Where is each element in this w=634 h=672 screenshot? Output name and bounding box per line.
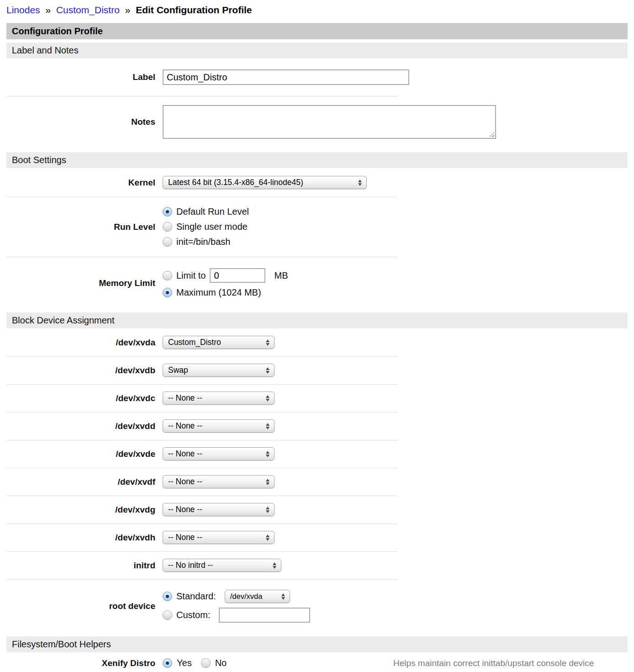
select-value: -- None -- bbox=[168, 505, 202, 514]
memory-limit-option-limit[interactable]: Limit to MB bbox=[163, 266, 288, 285]
xvdc-select[interactable]: -- None -- bbox=[163, 392, 275, 405]
run-level-option-default[interactable]: Default Run Level bbox=[163, 204, 249, 219]
root-device-row: root device Standard: /dev/xvda Custom: bbox=[6, 579, 628, 633]
select-value: -- None -- bbox=[168, 533, 202, 542]
standard-label: Standard: bbox=[176, 591, 216, 602]
helper-row-xenify-distro: Xenify Distro Yes No Helps maintain corr… bbox=[6, 652, 628, 672]
xvdf-select[interactable]: -- None -- bbox=[163, 475, 275, 488]
kernel-select[interactable]: Latest 64 bit (3.15.4-x86_64-linode45) bbox=[163, 176, 367, 189]
root-device-label: root device bbox=[6, 601, 163, 611]
radio-root-custom[interactable] bbox=[163, 610, 172, 620]
stepper-arrows-icon bbox=[266, 423, 269, 429]
device-row-xvdh: /dev/xvdh -- None -- bbox=[6, 524, 628, 551]
configuration-profile-panel: Configuration Profile Label and Notes La… bbox=[0, 23, 634, 672]
device-row-xvdc: /dev/xvdc -- None -- bbox=[6, 384, 628, 412]
radio-single-user-mode[interactable] bbox=[163, 222, 172, 232]
breadcrumb-link-linode[interactable]: Custom_Distro bbox=[56, 5, 120, 15]
radio-root-standard[interactable] bbox=[163, 592, 172, 601]
radio-default-run-level[interactable] bbox=[163, 207, 172, 217]
device-label: initrd bbox=[6, 561, 163, 571]
breadcrumb-link-linodes[interactable]: Linodes bbox=[6, 5, 40, 15]
stepper-arrows-icon bbox=[266, 367, 269, 374]
device-row-xvdg: /dev/xvdg -- None -- bbox=[6, 496, 628, 524]
maximum-label: Maximum (1024 MB) bbox=[176, 287, 261, 298]
section-header-block-device-assignment: Block Device Assignment bbox=[6, 312, 628, 328]
notes-field-label: Notes bbox=[6, 117, 163, 127]
select-value: -- None -- bbox=[168, 421, 202, 431]
initrd-select[interactable]: -- No initrd -- bbox=[163, 559, 281, 572]
radio-init-bin-bash[interactable] bbox=[163, 237, 172, 247]
panel-header: Configuration Profile bbox=[6, 23, 628, 39]
xvdb-select[interactable]: Swap bbox=[163, 364, 275, 377]
device-row-xvde: /dev/xvde -- None -- bbox=[6, 440, 628, 468]
root-device-standard-option[interactable]: Standard: /dev/xvda bbox=[163, 587, 290, 605]
run-level-option-init-bash[interactable]: init=/bin/bash bbox=[163, 234, 230, 249]
label-row: Label bbox=[6, 58, 628, 96]
stepper-arrows-icon bbox=[266, 507, 269, 513]
radio-xenify-yes[interactable] bbox=[163, 658, 172, 668]
select-value: -- None -- bbox=[168, 449, 202, 459]
radio-xenify-no[interactable] bbox=[201, 658, 211, 668]
stepper-arrows-icon bbox=[358, 180, 362, 186]
select-value: -- No initrd -- bbox=[168, 561, 213, 570]
run-level-option-label: Single user mode bbox=[176, 222, 248, 232]
notes-row: Notes bbox=[6, 96, 628, 149]
device-row-xvdb: /dev/xvdb Swap bbox=[6, 356, 628, 384]
section-header-label-and-notes: Label and Notes bbox=[6, 42, 628, 58]
notes-textarea[interactable] bbox=[163, 105, 496, 139]
memory-limit-label: Memory Limit bbox=[6, 278, 163, 288]
no-label: No bbox=[215, 658, 227, 668]
yes-label: Yes bbox=[177, 658, 192, 668]
stepper-arrows-icon bbox=[281, 593, 285, 600]
section-filesystem-boot-helpers: Xenify Distro Yes No Helps maintain corr… bbox=[6, 652, 628, 672]
memory-limit-option-maximum[interactable]: Maximum (1024 MB) bbox=[163, 285, 261, 300]
device-label: /dev/xvdb bbox=[6, 365, 163, 376]
stepper-arrows-icon bbox=[266, 534, 269, 541]
device-label: /dev/xvdh bbox=[6, 533, 163, 543]
section-block-device-assignment: /dev/xvda Custom_Distro /dev/xvdb Swap /… bbox=[6, 328, 628, 633]
limit-to-label: Limit to bbox=[176, 270, 206, 281]
xvda-select[interactable]: Custom_Distro bbox=[163, 336, 275, 349]
run-level-option-label: Default Run Level bbox=[176, 206, 249, 217]
label-input[interactable] bbox=[163, 69, 409, 85]
xvdg-select[interactable]: -- None -- bbox=[163, 503, 275, 516]
xvde-select[interactable]: -- None -- bbox=[163, 447, 275, 460]
device-row-initrd: initrd -- No initrd -- bbox=[6, 551, 628, 579]
section-label-and-notes: Label Notes bbox=[6, 58, 628, 149]
breadcrumb-separator: » bbox=[45, 5, 51, 15]
stepper-arrows-icon bbox=[266, 339, 269, 346]
kernel-select-value: Latest 64 bit (3.15.4-x86_64-linode45) bbox=[168, 178, 303, 187]
device-row-xvda: /dev/xvda Custom_Distro bbox=[6, 328, 628, 356]
helper-help-text: Helps maintain correct inittab/upstart c… bbox=[393, 658, 628, 668]
radio-limit-to[interactable] bbox=[163, 271, 172, 280]
section-boot-settings: Kernel Latest 64 bit (3.15.4-x86_64-lino… bbox=[6, 168, 628, 309]
xvdh-select[interactable]: -- None -- bbox=[163, 531, 275, 544]
memory-unit-label: MB bbox=[274, 270, 288, 281]
radio-maximum[interactable] bbox=[163, 288, 172, 297]
root-device-custom-input[interactable] bbox=[219, 608, 310, 623]
memory-limit-input[interactable] bbox=[210, 268, 265, 283]
root-device-select[interactable]: /dev/xvda bbox=[225, 590, 290, 603]
run-level-label: Run Level bbox=[6, 222, 163, 232]
device-label: /dev/xvdc bbox=[6, 393, 163, 403]
device-label: /dev/xvdd bbox=[6, 421, 163, 431]
label-field-label: Label bbox=[6, 72, 163, 82]
custom-label: Custom: bbox=[176, 610, 210, 620]
select-value: Swap bbox=[168, 365, 188, 375]
page-title: Edit Configuration Profile bbox=[136, 5, 252, 15]
select-value: -- None -- bbox=[168, 393, 202, 403]
root-device-custom-option[interactable]: Custom: bbox=[163, 605, 310, 625]
device-row-xvdd: /dev/xvdd -- None -- bbox=[6, 412, 628, 440]
xvdd-select[interactable]: -- None -- bbox=[163, 419, 275, 433]
device-label: /dev/xvdf bbox=[6, 477, 163, 487]
stepper-arrows-icon bbox=[273, 562, 276, 569]
run-level-option-single-user[interactable]: Single user mode bbox=[163, 219, 248, 234]
kernel-label: Kernel bbox=[6, 178, 163, 188]
helper-label: Xenify Distro bbox=[6, 658, 163, 668]
run-level-row: Run Level Default Run Level Single user … bbox=[6, 197, 628, 257]
section-header-filesystem-boot-helpers: Filesystem/Boot Helpers bbox=[6, 636, 628, 652]
stepper-arrows-icon bbox=[266, 451, 269, 457]
device-label: /dev/xvdg bbox=[6, 505, 163, 515]
run-level-option-label: init=/bin/bash bbox=[176, 237, 230, 247]
stepper-arrows-icon bbox=[266, 395, 269, 402]
